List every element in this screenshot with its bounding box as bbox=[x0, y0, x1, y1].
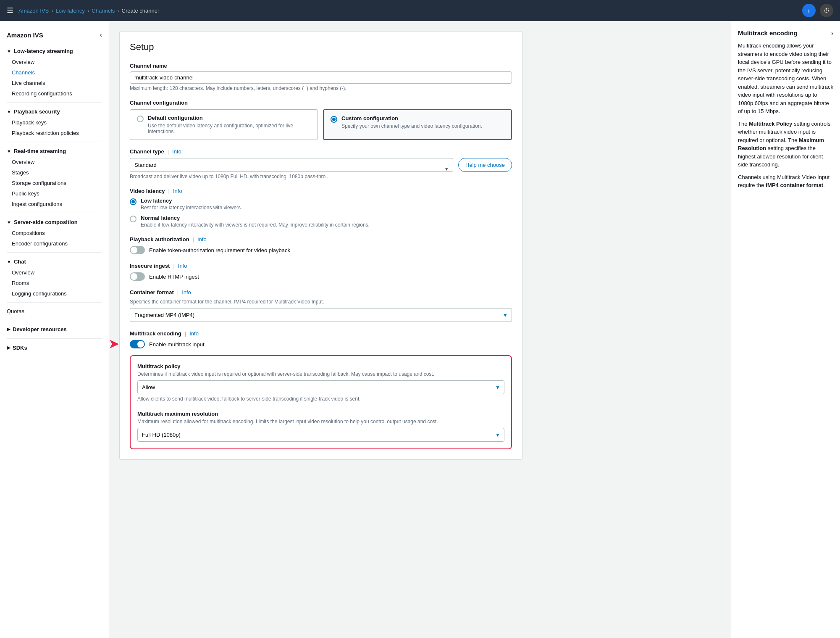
playback-auth-info-link[interactable]: Info bbox=[197, 236, 207, 243]
radio-normal-latency[interactable]: Normal latency Enable if low-latency int… bbox=[130, 215, 512, 228]
insecure-ingest-section: Insecure ingest | Info Enable RTMP inges… bbox=[130, 263, 512, 281]
right-panel-expand-icon[interactable]: › bbox=[831, 29, 833, 37]
sidebar-item-storage-configs[interactable]: Storage configurations bbox=[0, 178, 109, 188]
sidebar-title: Amazon IVS bbox=[7, 32, 43, 39]
container-format-select[interactable]: Fragmented MP4 (fMP4) bbox=[130, 308, 512, 322]
video-latency-section: Video latency | Info Low latency Best fo… bbox=[130, 188, 512, 228]
playback-auth-toggle-thumb bbox=[131, 247, 137, 253]
multitrack-policy-select[interactable]: Allow bbox=[137, 380, 504, 394]
sidebar-section-chat-header[interactable]: ▼ Chat bbox=[0, 256, 109, 267]
sidebar-section-realtime: ▼ Real-time streaming Overview Stages St… bbox=[0, 145, 109, 209]
sidebar-item-logging-configs[interactable]: Logging configurations bbox=[0, 288, 109, 299]
insecure-ingest-header-row: Insecure ingest | Info bbox=[130, 263, 512, 269]
sidebar-section-realtime-header[interactable]: ▼ Real-time streaming bbox=[0, 145, 109, 157]
sidebar-section-chat: ▼ Chat Overview Rooms Logging configurat… bbox=[0, 256, 109, 299]
sidebar-item-overview[interactable]: Overview bbox=[0, 57, 109, 67]
multitrack-encoding-label: Multitrack encoding bbox=[130, 330, 181, 337]
sidebar-item-ingest-configs[interactable]: Ingest configurations bbox=[0, 199, 109, 209]
sidebar-section-low-latency-header[interactable]: ▼ Low-latency streaming bbox=[0, 45, 109, 57]
channel-type-select-wrapper: Standard ▼ Broadcast and deliver live vi… bbox=[130, 158, 453, 179]
channel-type-label: Channel type bbox=[130, 148, 164, 155]
channel-name-input[interactable] bbox=[130, 71, 512, 84]
breadcrumb-amazon-ivs[interactable]: Amazon IVS bbox=[18, 8, 49, 14]
channel-config-section: Channel configuration Default configurat… bbox=[130, 100, 512, 140]
sidebar-section-sdks-header[interactable]: ▶ SDKs bbox=[0, 342, 109, 353]
container-format-label: Container format bbox=[130, 289, 174, 295]
radio-custom-desc: Specify your own channel type and video … bbox=[341, 123, 482, 129]
sidebar-section-playback-security: ▼ Playback security Playback keys Playba… bbox=[0, 106, 109, 138]
sidebar-item-rooms[interactable]: Rooms bbox=[0, 278, 109, 288]
sidebar-item-recording-configs[interactable]: Recording configurations bbox=[0, 88, 109, 99]
top-nav-actions: i ⏱ bbox=[802, 4, 833, 17]
breadcrumb-sep-2: › bbox=[87, 8, 89, 14]
playback-security-label: Playback security bbox=[14, 108, 60, 115]
sidebar-item-encoder-configs[interactable]: Encoder configurations bbox=[0, 238, 109, 249]
breadcrumb-low-latency[interactable]: Low-latency bbox=[56, 8, 85, 14]
sidebar-item-rt-overview[interactable]: Overview bbox=[0, 157, 109, 167]
sdks-label: SDKs bbox=[13, 345, 27, 351]
sidebar-item-chat-overview[interactable]: Overview bbox=[0, 267, 109, 278]
multitrack-encoding-section: Multitrack encoding | Info Enable multit… bbox=[130, 330, 512, 348]
multitrack-encoding-divider: | bbox=[185, 330, 186, 337]
multitrack-encoding-info-link[interactable]: Info bbox=[189, 330, 199, 337]
playback-security-arrow: ▼ bbox=[7, 109, 11, 114]
multitrack-max-res-section: Multitrack maximum resolution Maximum re… bbox=[137, 410, 504, 442]
sidebar-section-server-side-header[interactable]: ▼ Server-side composition bbox=[0, 216, 109, 228]
right-panel-content: Multitrack encoding allows your streamer… bbox=[738, 42, 833, 190]
breadcrumb-channels[interactable]: Channels bbox=[92, 8, 115, 14]
sidebar-item-channels[interactable]: Channels bbox=[0, 67, 109, 78]
sidebar-item-playback-keys[interactable]: Playback keys bbox=[0, 117, 109, 128]
playback-auth-toggle-label: Enable token-authorization requirement f… bbox=[149, 247, 290, 253]
sidebar-item-public-keys[interactable]: Public keys bbox=[0, 188, 109, 199]
sidebar-item-quotas[interactable]: Quotas bbox=[0, 306, 109, 316]
channel-type-info-link[interactable]: Info bbox=[172, 148, 181, 155]
insecure-ingest-divider: | bbox=[173, 263, 174, 269]
radio-low-content: Low latency Best for low-latency interac… bbox=[141, 198, 242, 211]
sidebar-item-compositions[interactable]: Compositions bbox=[0, 228, 109, 238]
multitrack-encoding-toggle[interactable] bbox=[130, 340, 145, 348]
red-arrow-icon: ➤ bbox=[109, 337, 118, 351]
radio-card-default[interactable]: Default configuration Use the default vi… bbox=[130, 109, 318, 140]
radio-low-latency[interactable]: Low latency Best for low-latency interac… bbox=[130, 198, 512, 211]
playback-auth-toggle[interactable] bbox=[130, 246, 145, 254]
multitrack-encoding-toggle-thumb bbox=[137, 341, 144, 348]
sidebar-section-sdks: ▶ SDKs bbox=[0, 342, 109, 353]
sidebar-section-low-latency: ▼ Low-latency streaming Overview Channel… bbox=[0, 45, 109, 99]
playback-auth-label: Playback authorization bbox=[130, 236, 189, 243]
multitrack-max-res-select[interactable]: Full HD (1080p) bbox=[137, 428, 504, 442]
right-panel: Multitrack encoding › Multitrack encodin… bbox=[731, 21, 840, 638]
radio-card-custom[interactable]: Custom configuration Specify your own ch… bbox=[323, 109, 512, 140]
sidebar-item-playback-restriction[interactable]: Playback restriction policies bbox=[0, 128, 109, 138]
radio-card-default-content: Default configuration Use the default vi… bbox=[148, 115, 311, 134]
channel-type-select[interactable]: Standard bbox=[130, 158, 453, 172]
dev-resources-label: Developer resources bbox=[13, 326, 67, 332]
content-card: Setup Channel name Maximum length: 128 c… bbox=[119, 31, 522, 460]
sidebar-section-developer-resources: ▶ Developer resources bbox=[0, 324, 109, 335]
video-latency-info-link[interactable]: Info bbox=[173, 188, 182, 194]
insecure-ingest-info-link[interactable]: Info bbox=[178, 263, 187, 269]
container-format-info-link[interactable]: Info bbox=[182, 289, 191, 295]
breadcrumb: Amazon IVS › Low-latency › Channels › Cr… bbox=[18, 8, 159, 14]
sidebar-item-live-channels[interactable]: Live channels bbox=[0, 78, 109, 88]
right-panel-para-2: The Multitrack Policy setting controls w… bbox=[738, 120, 833, 169]
divider-4 bbox=[7, 252, 102, 253]
radio-default-title: Default configuration bbox=[148, 115, 311, 121]
menu-icon[interactable]: ☰ bbox=[7, 6, 13, 15]
sidebar-item-stages[interactable]: Stages bbox=[0, 167, 109, 178]
sidebar-collapse-btn[interactable]: ‹ bbox=[100, 31, 102, 39]
help-me-choose-button[interactable]: Help me choose bbox=[458, 158, 512, 172]
insecure-ingest-toggle[interactable] bbox=[130, 272, 145, 281]
video-latency-divider: | bbox=[168, 188, 170, 194]
sidebar-section-playback-header[interactable]: ▼ Playback security bbox=[0, 106, 109, 117]
video-latency-label: Video latency bbox=[130, 188, 165, 194]
multitrack-options-box: Multitrack policy Determines if multitra… bbox=[130, 355, 512, 449]
sidebar-section-dev-header[interactable]: ▶ Developer resources bbox=[0, 324, 109, 335]
info-icon-btn[interactable]: i bbox=[802, 4, 816, 17]
clock-icon: ⏱ bbox=[824, 7, 830, 14]
clock-icon-btn[interactable]: ⏱ bbox=[820, 4, 833, 17]
radio-card-custom-content: Custom configuration Specify your own ch… bbox=[341, 115, 482, 129]
radio-default-desc: Use the default video latency and config… bbox=[148, 123, 311, 134]
low-latency-arrow: ▼ bbox=[7, 49, 11, 54]
dev-resources-arrow: ▶ bbox=[7, 327, 10, 332]
divider-7 bbox=[7, 338, 102, 339]
